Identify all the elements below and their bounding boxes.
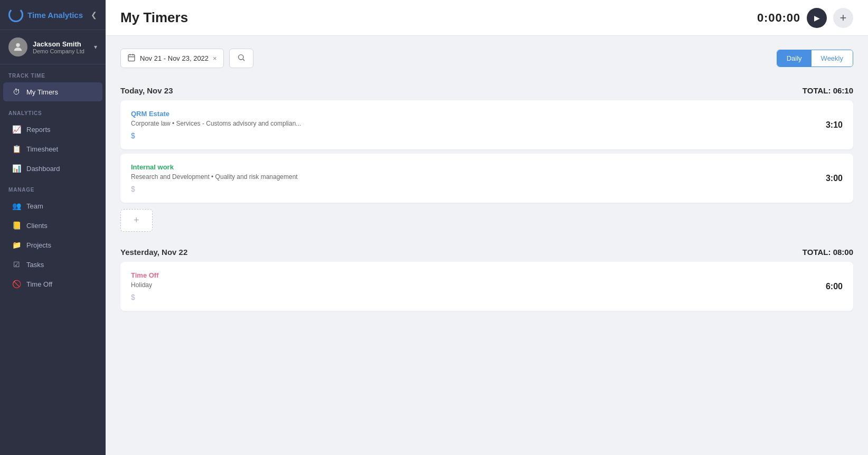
- timer-card-duration: 3:10: [811, 120, 843, 130]
- timer-card: QRM Estate Corporate law • Services - Cu…: [120, 100, 853, 149]
- day-header: Yesterday, Nov 22 TOTAL: 08:00: [120, 242, 853, 262]
- svg-point-0: [16, 43, 20, 47]
- day-label: Yesterday, Nov 22: [120, 248, 187, 257]
- content-area: Nov 21 - Nov 23, 2022 × Daily Weekly Tod…: [106, 36, 868, 455]
- timer-card-duration: 3:00: [811, 174, 843, 183]
- day-header: Today, Nov 23 TOTAL: 06:10: [120, 81, 853, 100]
- add-timer-button[interactable]: +: [833, 8, 853, 28]
- date-clear-icon[interactable]: ×: [213, 54, 217, 62]
- sidebar-section-label: ANALYTICS: [0, 102, 106, 119]
- day-total: TOTAL: 08:00: [803, 248, 853, 257]
- time-off-icon: 🚫: [12, 280, 21, 288]
- svg-rect-1: [128, 55, 135, 61]
- collapse-icon[interactable]: ❮: [91, 11, 97, 19]
- logo-icon: [8, 7, 23, 22]
- sidebar-item-label: Tasks: [26, 261, 44, 269]
- day-label: Today, Nov 23: [120, 86, 173, 95]
- main-area: My Timers 0:00:00 ▶ + Nov 21 - Nov 23, 2…: [106, 0, 868, 455]
- timer-card-client: Time Off: [131, 271, 811, 279]
- projects-icon: 📁: [12, 241, 21, 249]
- sidebar-item-reports[interactable]: 📈 Reports: [3, 120, 102, 139]
- timer-card-desc: Corporate law • Services - Customs advis…: [131, 120, 811, 127]
- clients-icon: 📒: [12, 221, 21, 230]
- dashboard-icon: 📊: [12, 164, 21, 173]
- sidebar-item-label: Time Off: [26, 280, 52, 288]
- top-header: My Timers 0:00:00 ▶ +: [106, 0, 868, 36]
- team-icon: 👥: [12, 202, 21, 210]
- timer-card: Time Off Holiday $ 6:00: [120, 262, 853, 311]
- user-section[interactable]: Jackson Smith Demo Company Ltd ▾: [0, 30, 106, 64]
- weekly-view-button[interactable]: Weekly: [812, 50, 853, 67]
- svg-line-6: [243, 59, 244, 61]
- sidebar-item-label: Timesheet: [26, 145, 58, 153]
- sidebar: Time Analytics ❮ Jackson Smith Demo Comp…: [0, 0, 106, 455]
- timer-display: 0:00:00: [757, 11, 800, 25]
- user-name: Jackson Smith: [33, 40, 92, 48]
- add-entry-button[interactable]: +: [120, 209, 153, 232]
- filters-bar: Nov 21 - Nov 23, 2022 × Daily Weekly: [120, 49, 853, 68]
- chevron-down-icon: ▾: [94, 43, 97, 51]
- calendar-icon: [127, 53, 136, 63]
- sidebar-item-dashboard[interactable]: 📊 Dashboard: [3, 159, 102, 178]
- sidebar-item-label: Clients: [26, 222, 48, 230]
- sidebar-item-clients[interactable]: 📒 Clients: [3, 216, 102, 235]
- svg-point-5: [238, 55, 243, 60]
- timer-card-client: QRM Estate: [131, 110, 811, 118]
- timesheet-icon: 📋: [12, 145, 21, 153]
- date-range-value: Nov 21 - Nov 23, 2022: [140, 54, 209, 62]
- sidebar-nav: TRACK TIME ⏱ My Timers ANALYTICS 📈 Repor…: [0, 64, 106, 294]
- sidebar-section-label: TRACK TIME: [0, 64, 106, 82]
- app-title: Time Analytics: [27, 11, 83, 20]
- sidebar-item-timesheet[interactable]: 📋 Timesheet: [3, 139, 102, 158]
- timer-card: Internal work Research and Development •…: [120, 154, 853, 203]
- user-company: Demo Company Ltd: [33, 48, 92, 54]
- timer-card-duration: 6:00: [811, 282, 843, 291]
- reports-icon: 📈: [12, 125, 21, 134]
- play-button[interactable]: ▶: [807, 8, 827, 28]
- sidebar-item-label: Dashboard: [26, 165, 60, 173]
- timer-card-info: QRM Estate Corporate law • Services - Cu…: [131, 110, 811, 140]
- filters-left: Nov 21 - Nov 23, 2022 ×: [120, 49, 253, 68]
- sidebar-item-projects[interactable]: 📁 Projects: [3, 235, 102, 254]
- view-toggle: Daily Weekly: [777, 50, 853, 67]
- billing-icon[interactable]: $: [131, 131, 811, 140]
- billing-icon[interactable]: $: [131, 293, 811, 301]
- my-timers-icon: ⏱: [12, 88, 21, 96]
- timer-card-info: Internal work Research and Development •…: [131, 163, 811, 193]
- user-info: Jackson Smith Demo Company Ltd: [33, 40, 92, 54]
- search-button[interactable]: [229, 49, 253, 68]
- tasks-icon: ☑: [12, 260, 21, 269]
- sidebar-item-label: My Timers: [26, 88, 58, 96]
- sidebar-item-tasks[interactable]: ☑ Tasks: [3, 255, 102, 274]
- page-title: My Timers: [120, 10, 757, 26]
- day-group: Yesterday, Nov 22 TOTAL: 08:00 Time Off …: [120, 242, 853, 311]
- sidebar-header: Time Analytics ❮: [0, 0, 106, 30]
- timer-card-client: Internal work: [131, 163, 811, 171]
- timer-card-desc: Research and Development • Quality and r…: [131, 173, 811, 181]
- day-group: Today, Nov 23 TOTAL: 06:10 QRM Estate Co…: [120, 81, 853, 232]
- timer-card-info: Time Off Holiday $: [131, 271, 811, 301]
- sidebar-item-label: Reports: [26, 126, 51, 134]
- date-range-picker[interactable]: Nov 21 - Nov 23, 2022 ×: [120, 49, 224, 68]
- sidebar-item-time-off[interactable]: 🚫 Time Off: [3, 274, 102, 293]
- daily-view-button[interactable]: Daily: [777, 50, 812, 67]
- timer-card-desc: Holiday: [131, 281, 811, 289]
- sidebar-item-team[interactable]: 👥 Team: [3, 196, 102, 215]
- sidebar-item-label: Projects: [26, 241, 51, 249]
- billing-icon[interactable]: $: [131, 185, 811, 193]
- day-total: TOTAL: 06:10: [803, 86, 853, 95]
- sidebar-item-label: Team: [26, 202, 43, 210]
- sidebar-section-label: MANAGE: [0, 178, 106, 196]
- days-container: Today, Nov 23 TOTAL: 06:10 QRM Estate Co…: [120, 81, 853, 311]
- sidebar-item-my-timers[interactable]: ⏱ My Timers: [3, 82, 102, 101]
- avatar: [8, 37, 27, 56]
